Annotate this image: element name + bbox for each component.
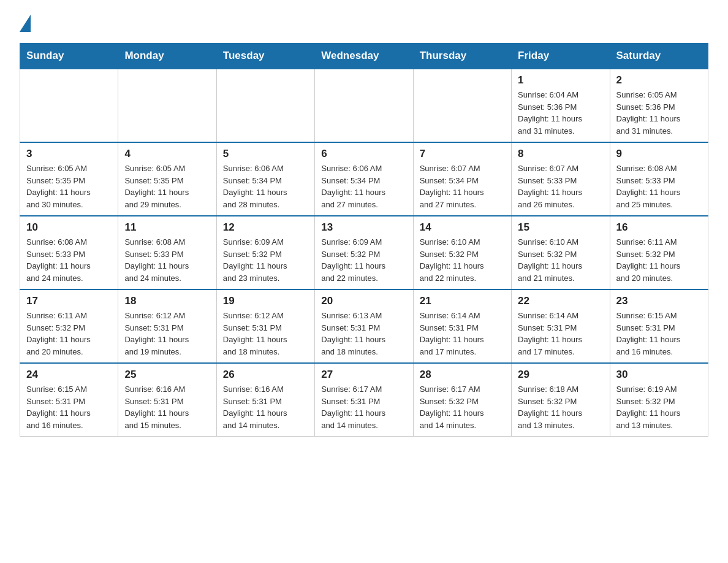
day-info: Sunrise: 6:14 AMSunset: 5:31 PMDaylight:… [420, 310, 505, 358]
day-number: 15 [518, 221, 603, 234]
calendar-week-row: 17Sunrise: 6:11 AMSunset: 5:32 PMDayligh… [20, 289, 708, 363]
day-info: Sunrise: 6:14 AMSunset: 5:31 PMDaylight:… [518, 310, 603, 358]
calendar-cell: 28Sunrise: 6:17 AMSunset: 5:32 PMDayligh… [413, 363, 511, 437]
calendar-cell: 16Sunrise: 6:11 AMSunset: 5:32 PMDayligh… [610, 216, 708, 289]
day-number: 28 [420, 369, 505, 381]
calendar-body: 1Sunrise: 6:04 AMSunset: 5:36 PMDaylight… [20, 69, 708, 437]
day-info: Sunrise: 6:13 AMSunset: 5:31 PMDaylight:… [321, 310, 406, 358]
calendar-cell: 12Sunrise: 6:09 AMSunset: 5:32 PMDayligh… [216, 216, 314, 289]
calendar-cell: 20Sunrise: 6:13 AMSunset: 5:31 PMDayligh… [315, 289, 413, 363]
day-info: Sunrise: 6:09 AMSunset: 5:32 PMDaylight:… [321, 236, 406, 284]
day-info: Sunrise: 6:05 AMSunset: 5:35 PMDaylight:… [26, 163, 112, 210]
day-number: 2 [616, 74, 702, 86]
day-number: 21 [420, 295, 505, 307]
calendar-week-row: 10Sunrise: 6:08 AMSunset: 5:33 PMDayligh… [20, 216, 708, 289]
calendar-cell [315, 69, 413, 142]
day-number: 23 [616, 295, 702, 307]
logo-triangle-icon [20, 15, 31, 32]
day-info: Sunrise: 6:09 AMSunset: 5:32 PMDaylight:… [223, 236, 308, 284]
day-info: Sunrise: 6:12 AMSunset: 5:31 PMDaylight:… [223, 310, 308, 358]
day-number: 17 [26, 295, 112, 307]
day-number: 3 [26, 148, 112, 160]
day-info: Sunrise: 6:06 AMSunset: 5:34 PMDaylight:… [321, 163, 406, 210]
calendar-cell: 14Sunrise: 6:10 AMSunset: 5:32 PMDayligh… [413, 216, 511, 289]
day-number: 1 [518, 74, 603, 86]
calendar-cell: 19Sunrise: 6:12 AMSunset: 5:31 PMDayligh… [216, 289, 314, 363]
weekday-header-friday: Friday [512, 44, 610, 69]
calendar-cell: 8Sunrise: 6:07 AMSunset: 5:33 PMDaylight… [512, 142, 610, 216]
calendar-header: SundayMondayTuesdayWednesdayThursdayFrid… [20, 44, 708, 69]
calendar-week-row: 3Sunrise: 6:05 AMSunset: 5:35 PMDaylight… [20, 142, 708, 216]
weekday-header-row: SundayMondayTuesdayWednesdayThursdayFrid… [20, 44, 708, 69]
calendar-table: SundayMondayTuesdayWednesdayThursdayFrid… [20, 43, 708, 437]
day-number: 13 [321, 221, 406, 234]
calendar-cell: 2Sunrise: 6:05 AMSunset: 5:36 PMDaylight… [610, 69, 708, 142]
weekday-header-wednesday: Wednesday [315, 44, 413, 69]
calendar-cell: 6Sunrise: 6:06 AMSunset: 5:34 PMDaylight… [315, 142, 413, 216]
day-info: Sunrise: 6:07 AMSunset: 5:34 PMDaylight:… [420, 163, 505, 210]
day-info: Sunrise: 6:15 AMSunset: 5:31 PMDaylight:… [616, 310, 702, 358]
day-info: Sunrise: 6:10 AMSunset: 5:32 PMDaylight:… [518, 236, 603, 284]
day-number: 5 [223, 148, 308, 160]
calendar-cell: 11Sunrise: 6:08 AMSunset: 5:33 PMDayligh… [118, 216, 216, 289]
day-info: Sunrise: 6:10 AMSunset: 5:32 PMDaylight:… [420, 236, 505, 284]
calendar-cell: 21Sunrise: 6:14 AMSunset: 5:31 PMDayligh… [413, 289, 511, 363]
weekday-header-saturday: Saturday [610, 44, 708, 69]
day-info: Sunrise: 6:05 AMSunset: 5:36 PMDaylight:… [616, 89, 702, 137]
day-info: Sunrise: 6:11 AMSunset: 5:32 PMDaylight:… [616, 236, 702, 284]
day-info: Sunrise: 6:17 AMSunset: 5:32 PMDaylight:… [420, 383, 505, 431]
calendar-cell [118, 69, 216, 142]
day-number: 24 [26, 369, 112, 381]
calendar-cell [20, 69, 118, 142]
day-number: 14 [420, 221, 505, 234]
day-info: Sunrise: 6:07 AMSunset: 5:33 PMDaylight:… [518, 163, 603, 210]
weekday-header-tuesday: Tuesday [216, 44, 314, 69]
calendar-cell [413, 69, 511, 142]
day-number: 30 [616, 369, 702, 381]
calendar-cell: 17Sunrise: 6:11 AMSunset: 5:32 PMDayligh… [20, 289, 118, 363]
day-number: 11 [124, 221, 210, 234]
page-header [20, 15, 708, 32]
day-info: Sunrise: 6:15 AMSunset: 5:31 PMDaylight:… [26, 383, 112, 431]
day-number: 10 [26, 221, 112, 234]
day-info: Sunrise: 6:06 AMSunset: 5:34 PMDaylight:… [223, 163, 308, 210]
day-number: 19 [223, 295, 308, 307]
weekday-header-monday: Monday [118, 44, 216, 69]
calendar-cell: 23Sunrise: 6:15 AMSunset: 5:31 PMDayligh… [610, 289, 708, 363]
day-number: 20 [321, 295, 406, 307]
day-info: Sunrise: 6:11 AMSunset: 5:32 PMDaylight:… [26, 310, 112, 358]
weekday-header-sunday: Sunday [20, 44, 118, 69]
calendar-cell: 5Sunrise: 6:06 AMSunset: 5:34 PMDaylight… [216, 142, 314, 216]
calendar-cell: 3Sunrise: 6:05 AMSunset: 5:35 PMDaylight… [20, 142, 118, 216]
weekday-header-thursday: Thursday [413, 44, 511, 69]
calendar-cell: 29Sunrise: 6:18 AMSunset: 5:32 PMDayligh… [512, 363, 610, 437]
calendar-cell: 13Sunrise: 6:09 AMSunset: 5:32 PMDayligh… [315, 216, 413, 289]
day-number: 16 [616, 221, 702, 234]
day-number: 22 [518, 295, 603, 307]
day-info: Sunrise: 6:19 AMSunset: 5:32 PMDaylight:… [616, 383, 702, 431]
day-number: 4 [124, 148, 210, 160]
calendar-cell [216, 69, 314, 142]
day-info: Sunrise: 6:16 AMSunset: 5:31 PMDaylight:… [124, 383, 210, 431]
day-info: Sunrise: 6:04 AMSunset: 5:36 PMDaylight:… [518, 89, 603, 137]
calendar-cell: 30Sunrise: 6:19 AMSunset: 5:32 PMDayligh… [610, 363, 708, 437]
calendar-cell: 27Sunrise: 6:17 AMSunset: 5:31 PMDayligh… [315, 363, 413, 437]
day-number: 7 [420, 148, 505, 160]
day-info: Sunrise: 6:17 AMSunset: 5:31 PMDaylight:… [321, 383, 406, 431]
calendar-cell: 25Sunrise: 6:16 AMSunset: 5:31 PMDayligh… [118, 363, 216, 437]
day-number: 12 [223, 221, 308, 234]
day-number: 29 [518, 369, 603, 381]
calendar-week-row: 1Sunrise: 6:04 AMSunset: 5:36 PMDaylight… [20, 69, 708, 142]
calendar-week-row: 24Sunrise: 6:15 AMSunset: 5:31 PMDayligh… [20, 363, 708, 437]
day-number: 9 [616, 148, 702, 160]
calendar-cell: 24Sunrise: 6:15 AMSunset: 5:31 PMDayligh… [20, 363, 118, 437]
day-info: Sunrise: 6:08 AMSunset: 5:33 PMDaylight:… [26, 236, 112, 284]
calendar-cell: 9Sunrise: 6:08 AMSunset: 5:33 PMDaylight… [610, 142, 708, 216]
day-info: Sunrise: 6:08 AMSunset: 5:33 PMDaylight:… [124, 236, 210, 284]
calendar-cell: 10Sunrise: 6:08 AMSunset: 5:33 PMDayligh… [20, 216, 118, 289]
calendar-cell: 4Sunrise: 6:05 AMSunset: 5:35 PMDaylight… [118, 142, 216, 216]
day-info: Sunrise: 6:16 AMSunset: 5:31 PMDaylight:… [223, 383, 308, 431]
day-number: 6 [321, 148, 406, 160]
calendar-cell: 15Sunrise: 6:10 AMSunset: 5:32 PMDayligh… [512, 216, 610, 289]
calendar-cell: 1Sunrise: 6:04 AMSunset: 5:36 PMDaylight… [512, 69, 610, 142]
